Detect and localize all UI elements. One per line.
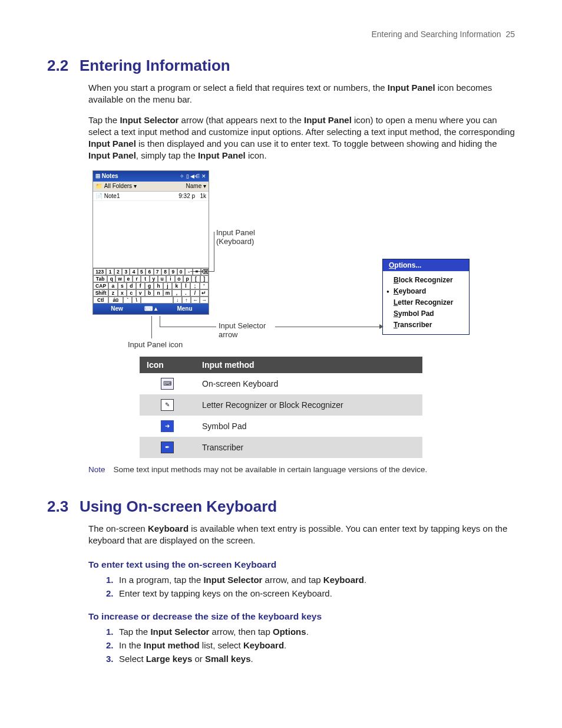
page-header: Entering and Searching Information 25 — [47, 29, 515, 39]
device-screenshot: ⊞ Notes ✧ ▯ ◀⋲ ✕ 📁 All Folders ▾ Name ▾ … — [92, 170, 209, 315]
key: ] — [200, 275, 209, 282]
key — [141, 297, 173, 304]
note-text: Some text input methods may not be avail… — [114, 465, 428, 474]
input-method-label: Symbol Pad — [195, 416, 422, 437]
key: ↑ — [182, 297, 191, 304]
key: ' — [200, 282, 209, 289]
device-folder-bar: 📁 All Folders ▾ Name ▾ — [93, 182, 209, 192]
key: ` — [123, 297, 132, 304]
key: n — [154, 289, 163, 297]
key: 3 — [122, 268, 130, 275]
key: i — [166, 275, 174, 282]
menu-item: Letter Recognizer — [394, 297, 469, 308]
section-2-3-heading: 2.3Using On-screen Keyboard — [47, 498, 515, 516]
key: o — [175, 275, 183, 282]
key: → — [200, 297, 209, 304]
key: j — [163, 282, 172, 289]
key: Tab — [93, 275, 107, 282]
key: \ — [132, 297, 141, 304]
note-icon: 📄 — [95, 193, 103, 199]
list-item: 1.In a program, tap the Input Selector a… — [106, 575, 515, 585]
key: 6 — [146, 268, 153, 275]
steps-enter-text: 1.In a program, tap the Input Selector a… — [106, 575, 515, 598]
s23-subhead-2: To increase or decrease the size of the … — [88, 611, 515, 622]
key: . — [181, 289, 190, 297]
key: 8 — [161, 268, 169, 275]
key: y — [150, 275, 158, 282]
on-screen-keyboard: 1231234567890-=⌫Tabqwertyuiop[]CAPasdfgh… — [93, 268, 209, 304]
trans-icon: ✒ — [161, 442, 174, 453]
input-panel-icon: ⌨ ▴ — [141, 305, 161, 312]
key: / — [190, 289, 199, 297]
key: b — [145, 289, 154, 297]
key: CAP — [93, 282, 108, 289]
key: Shift — [93, 289, 108, 297]
key: Ctl — [93, 297, 108, 304]
list-item: 3.Select Large keys or Small keys. — [106, 654, 515, 664]
key: p — [183, 275, 191, 282]
key: s — [118, 282, 127, 289]
key: f — [136, 282, 145, 289]
key: 5 — [138, 268, 146, 275]
key: d — [127, 282, 135, 289]
section-2-3-body: The on-screen Keyboard is available when… — [88, 523, 515, 547]
note-row: 📄 Note1 9:32 p 1k — [93, 192, 209, 201]
table-row: ⌨On-screen Keyboard — [140, 373, 422, 394]
key: , — [172, 289, 181, 297]
input-method-label: Transcriber — [195, 437, 422, 458]
table-header-icon: Icon — [140, 357, 195, 373]
key: v — [136, 289, 145, 297]
key: m — [163, 289, 172, 297]
key: ⌫ — [201, 268, 209, 275]
input-method-label: Letter Recognizer or Block Recognizer — [195, 394, 422, 416]
sym-icon: ➜ — [161, 420, 174, 432]
kbd-icon: ⌨ — [161, 378, 174, 390]
key: q — [107, 275, 115, 282]
list-item: 2.Enter text by tapping keys on the on-s… — [106, 588, 515, 598]
list-item: 1.Tap the Input Selector arrow, then tap… — [106, 627, 515, 637]
figure-input-panel: ⊞ Notes ✧ ▯ ◀⋲ ✕ 📁 All Folders ▾ Name ▾ … — [92, 170, 470, 347]
s23-p1: The on-screen Keyboard is available when… — [88, 523, 515, 547]
key: w — [115, 275, 124, 282]
device-softbar: New ⌨ ▴ Menu — [93, 304, 209, 314]
key: u — [158, 275, 166, 282]
key: c — [127, 289, 135, 297]
key: 9 — [169, 268, 177, 275]
input-method-label: On-screen Keyboard — [195, 373, 422, 394]
input-method-table: Icon Input method ⌨On-screen Keyboard✎Le… — [140, 357, 422, 458]
menu-item: Symbol Pad — [394, 308, 469, 319]
key: ↓ — [173, 297, 182, 304]
pen-icon: ✎ — [161, 399, 174, 411]
table-row: ✎Letter Recognizer or Block Recognizer — [140, 394, 422, 416]
windows-icon: ⊞ — [95, 173, 100, 179]
key: l — [181, 282, 190, 289]
key: 4 — [130, 268, 137, 275]
key: 1 — [106, 268, 114, 275]
key: t — [141, 275, 149, 282]
menu-button: Menu — [161, 305, 209, 312]
chapter-name: Entering and Searching Information — [371, 29, 501, 39]
steps-resize-keys: 1.Tap the Input Selector arrow, then tap… — [106, 627, 515, 664]
new-button: New — [93, 305, 141, 312]
key: 123 — [93, 268, 106, 275]
key: áü — [108, 297, 124, 304]
key: g — [145, 282, 154, 289]
note: NoteSome text input methods may not be a… — [88, 465, 515, 474]
folder-icon: 📁 — [95, 183, 103, 189]
s22-p2: Tap the Input Selector arrow (that appea… — [88, 114, 515, 162]
key: [ — [191, 275, 200, 282]
s23-subhead-1: To enter text using the on-screen Keyboa… — [88, 559, 515, 570]
key: e — [124, 275, 133, 282]
note-label: Note — [88, 465, 105, 474]
key: 2 — [114, 268, 122, 275]
key: 0 — [177, 268, 185, 275]
menu-item: Block Recognizer — [394, 275, 469, 286]
key: a — [108, 282, 117, 289]
key: ← — [191, 297, 200, 304]
list-item: 2.In the Input method list, select Keybo… — [106, 640, 515, 650]
menu-item: Transcriber — [394, 319, 469, 331]
key: - — [185, 268, 193, 275]
section-2-2-body: When you start a program or select a fie… — [88, 82, 515, 162]
s22-p1: When you start a program or select a fie… — [88, 82, 515, 106]
section-2-2-heading: 2.2Entering Information — [47, 57, 515, 75]
